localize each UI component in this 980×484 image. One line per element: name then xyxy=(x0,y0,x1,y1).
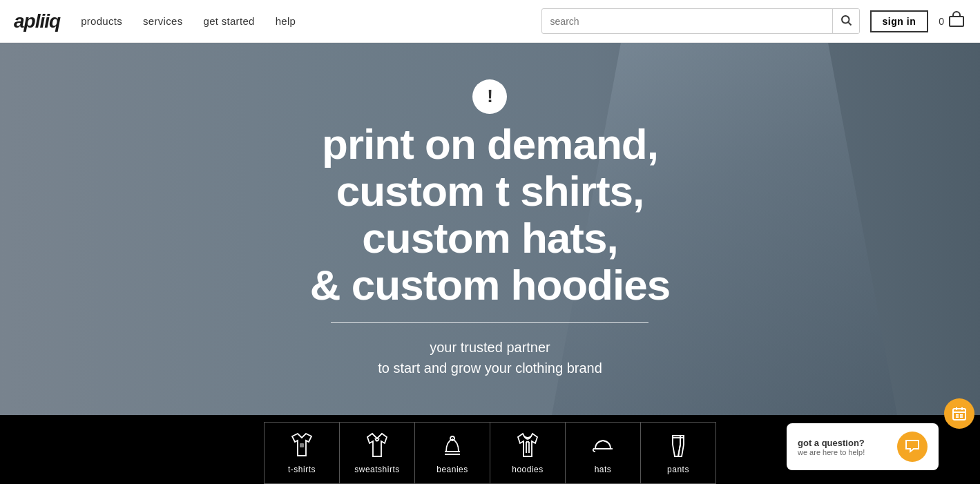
svg-rect-14 xyxy=(953,409,965,420)
sweatshirts-label: sweatshirts xyxy=(354,465,400,474)
chat-widget: got a question? we are here to help! xyxy=(787,423,939,470)
nav-get-started[interactable]: get started xyxy=(203,15,254,27)
sweatshirt-icon xyxy=(363,432,391,459)
sign-in-button[interactable]: sign in xyxy=(870,10,929,32)
hats-label: hats xyxy=(595,465,612,474)
hoodie-icon xyxy=(514,432,541,459)
main-nav: products services get started help xyxy=(81,15,541,27)
nav-products[interactable]: products xyxy=(81,15,122,27)
category-hoodies[interactable]: hoodies xyxy=(490,422,566,484)
hero-title-line4: & custom hoodies xyxy=(310,261,670,309)
category-hats[interactable]: hats xyxy=(565,422,641,484)
svg-rect-3 xyxy=(300,443,304,447)
hat-icon xyxy=(589,432,617,459)
chat-button[interactable] xyxy=(897,432,928,462)
hero-content: ! print on demand, custom t shirts, cust… xyxy=(310,79,670,379)
cart-area[interactable]: 0 xyxy=(939,11,966,32)
hero-subtitle: your trusted partner to start and grow y… xyxy=(310,337,670,378)
hero-section: ! print on demand, custom t shirts, cust… xyxy=(0,43,980,415)
hero-title-line3: custom hats, xyxy=(362,214,617,262)
hero-subtitle-line2: to start and grow your clothing brand xyxy=(378,360,602,376)
svg-rect-2 xyxy=(950,17,963,26)
search-button[interactable] xyxy=(832,9,859,33)
hero-title-line2: custom t shirts, xyxy=(336,167,644,215)
tshirts-label: t-shirts xyxy=(288,465,316,474)
chat-subtitle: we are here to help! xyxy=(798,448,890,456)
header-right: sign in 0 xyxy=(541,8,966,34)
logo-text: apliiq xyxy=(14,10,60,32)
svg-point-4 xyxy=(376,438,378,441)
category-pants[interactable]: pants xyxy=(640,422,716,484)
search-container xyxy=(541,8,860,34)
nav-help[interactable]: help xyxy=(276,15,296,27)
hoodies-label: hoodies xyxy=(512,465,544,474)
svg-point-0 xyxy=(842,16,849,23)
beanies-label: beanies xyxy=(436,465,468,474)
category-tshirts[interactable]: t-shirts xyxy=(264,422,340,484)
tshirt-icon xyxy=(288,432,316,459)
search-icon xyxy=(840,14,852,26)
category-sweatshirts[interactable]: sweatshirts xyxy=(339,422,415,484)
hero-title: print on demand, custom t shirts, custom… xyxy=(310,121,670,309)
alert-icon: ! xyxy=(472,79,507,114)
cart-icon xyxy=(947,11,966,32)
svg-line-1 xyxy=(848,22,851,25)
category-beanies[interactable]: beanies xyxy=(414,422,490,484)
site-header: apliiq products services get started hel… xyxy=(0,0,980,43)
logo[interactable]: apliiq xyxy=(14,10,60,32)
beanie-icon xyxy=(439,432,466,459)
hero-title-line1: print on demand, xyxy=(322,120,658,168)
pants-label: pants xyxy=(667,465,689,474)
hero-divider xyxy=(331,322,648,323)
search-input[interactable] xyxy=(542,11,832,32)
chat-title: got a question? xyxy=(798,438,890,448)
hero-subtitle-line1: your trusted partner xyxy=(430,340,550,355)
pants-icon xyxy=(664,432,692,459)
cart-count: 0 xyxy=(939,16,944,27)
svg-point-7 xyxy=(450,436,454,441)
chat-text-area: got a question? we are here to help! xyxy=(798,438,890,456)
calendar-button[interactable] xyxy=(944,398,974,429)
nav-services[interactable]: services xyxy=(143,15,182,27)
